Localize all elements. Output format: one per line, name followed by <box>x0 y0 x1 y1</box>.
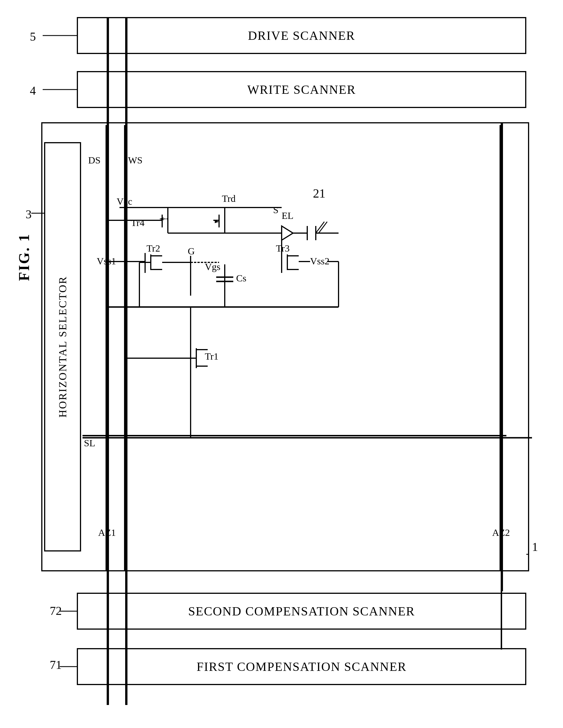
svg-text:S: S <box>273 205 278 215</box>
svg-text:EL: EL <box>282 210 294 221</box>
ref-3: 3 <box>26 208 32 221</box>
svg-text:Tr4: Tr4 <box>131 217 144 228</box>
svg-text:Tr2: Tr2 <box>146 243 160 254</box>
ref-72: 72 <box>50 604 62 618</box>
svg-text:Vgs: Vgs <box>205 262 220 272</box>
write-scanner-box: WRITE SCANNER <box>77 71 526 108</box>
ref-4: 4 <box>30 84 36 98</box>
svg-text:Trd: Trd <box>222 193 235 204</box>
ds-upper-line <box>107 53 109 122</box>
ref-5: 5 <box>30 30 36 43</box>
svg-text:G: G <box>188 246 195 256</box>
ref-1: 1 <box>532 540 538 554</box>
figure-label: FIG. 1 <box>16 233 32 281</box>
horizontal-selector-label: HORIZONTAL SELECTOR <box>56 276 69 418</box>
ref-71: 71 <box>50 658 62 672</box>
ws-upper-line <box>125 53 127 122</box>
svg-text:Tr3: Tr3 <box>276 243 290 254</box>
az2-to-second-comp <box>501 571 502 594</box>
drive-scanner-label: DRIVE SCANNER <box>248 28 355 43</box>
svg-marker-16 <box>282 226 293 240</box>
horizontal-selector-box: HORIZONTAL SELECTOR <box>44 142 81 551</box>
circuit-svg: Vcc Tr4 Trd S EL Vss1 Tr2 G Vgs <box>82 125 532 571</box>
svg-text:Cs: Cs <box>236 273 246 283</box>
svg-text:Vss2: Vss2 <box>310 256 330 266</box>
svg-text:Tr1: Tr1 <box>205 351 218 362</box>
second-comp-label: SECOND COMPENSATION SCANNER <box>188 604 415 619</box>
az1-to-second-comp <box>107 571 108 594</box>
first-comp-label: FIRST COMPENSATION SCANNER <box>196 659 407 674</box>
az1-to-first-comp <box>107 627 108 650</box>
az2-to-first-comp <box>501 627 502 650</box>
drive-scanner-box: DRIVE SCANNER <box>77 17 526 54</box>
write-scanner-label: WRITE SCANNER <box>247 82 356 97</box>
second-comp-scanner-box: SECOND COMPENSATION SCANNER <box>77 593 526 630</box>
first-comp-scanner-box: FIRST COMPENSATION SCANNER <box>77 648 526 685</box>
